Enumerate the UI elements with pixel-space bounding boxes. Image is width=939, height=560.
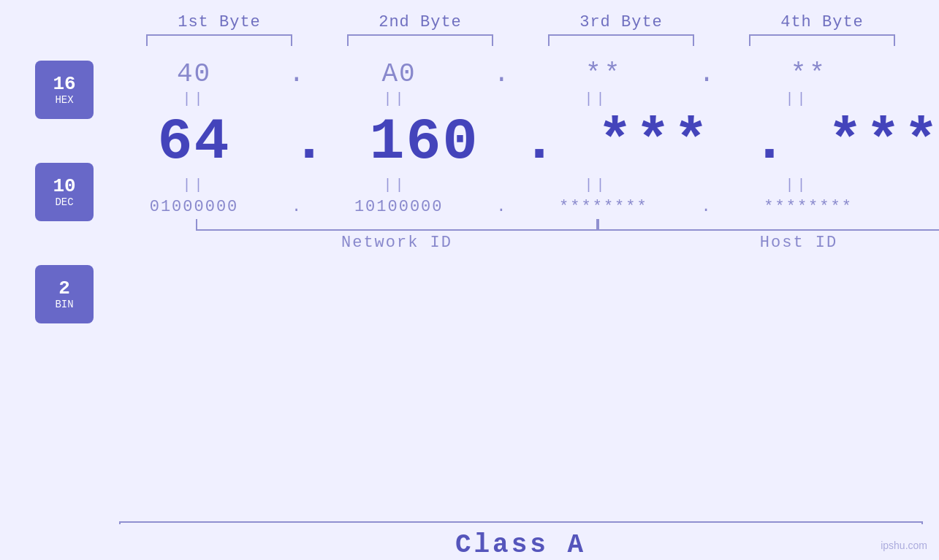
dec-dot2: . xyxy=(522,109,557,175)
bin-b2-cell: 10100000 xyxy=(298,198,499,216)
watermark: ipshu.com xyxy=(881,540,927,551)
main-container: 1st Byte 2nd Byte 3rd Byte 4th Byte 16 H… xyxy=(0,0,939,560)
byte2-label: 2nd Byte xyxy=(320,13,521,31)
dec-badge: 10 DEC xyxy=(35,163,94,221)
bracket-4 xyxy=(749,34,895,46)
class-label-row: Class A xyxy=(0,530,939,560)
bin-b3-value: ******** xyxy=(559,198,648,216)
bin-row: 01000000 . 10100000 . ******** . *******… xyxy=(94,198,939,216)
hex-badge-num: 16 xyxy=(53,74,75,95)
class-a-bar xyxy=(119,521,923,524)
main-area: 16 HEX 10 DEC 2 BIN 40 . A0 xyxy=(0,46,939,517)
header-row: 1st Byte 2nd Byte 3rd Byte 4th Byte xyxy=(0,0,939,31)
hex-b2-cell: A0 xyxy=(299,59,500,89)
byte4-label: 4th Byte xyxy=(722,13,923,31)
network-id-bracket xyxy=(196,219,598,231)
bracket-cell-2 xyxy=(320,34,521,46)
dec-b3-value: *** xyxy=(598,109,712,175)
bin-b4-value: ******** xyxy=(764,198,853,216)
hex-b1-cell: 40 xyxy=(94,59,294,89)
bracket-2 xyxy=(347,34,493,46)
dec-row: 64 . 160 . *** . *** xyxy=(94,109,939,175)
hex-b1-value: 40 xyxy=(177,59,211,89)
dec-badge-label: DEC xyxy=(55,196,73,208)
dec-b3-cell: *** xyxy=(554,109,755,175)
network-id-label: Network ID xyxy=(196,234,598,252)
hex-row: 40 . A0 . ** . ** xyxy=(94,59,939,89)
byte3-label: 3rd Byte xyxy=(521,13,722,31)
bin-b3-cell: ******** xyxy=(503,198,704,216)
bracket-cell-3 xyxy=(521,34,722,46)
dec-badge-num: 10 xyxy=(53,176,75,197)
bin-badge-label: BIN xyxy=(55,299,73,310)
dec-b2-value: 160 xyxy=(370,109,479,175)
eq2-b2: || xyxy=(294,177,495,193)
hex-b3-value: ** xyxy=(585,59,623,89)
bin-b1-cell: 01000000 xyxy=(94,198,294,216)
dec-b4-cell: *** xyxy=(784,109,939,175)
eq2-b4: || xyxy=(696,177,897,193)
bottom-bracket-row xyxy=(94,219,939,231)
badges-column: 16 HEX 10 DEC 2 BIN xyxy=(35,46,94,323)
hex-b3-cell: ** xyxy=(503,59,704,89)
dec-dot1: . xyxy=(292,109,327,175)
bin-b2-value: 10100000 xyxy=(354,198,444,216)
dec-b1-value: 64 xyxy=(157,109,230,175)
bracket-cell-1 xyxy=(119,34,320,46)
dec-dot3: . xyxy=(752,109,787,175)
class-bar-row xyxy=(0,521,939,524)
hex-b4-value: ** xyxy=(791,59,828,89)
host-id-label: Host ID xyxy=(598,234,939,252)
bin-b1-value: 01000000 xyxy=(150,198,239,216)
eq2-b1: || xyxy=(94,177,294,193)
eq1-b1: || xyxy=(94,91,294,107)
top-bracket-row xyxy=(0,34,939,46)
dec-b1-cell: 64 xyxy=(94,109,294,175)
bin-b4-cell: ******** xyxy=(708,198,909,216)
eq2-b3: || xyxy=(495,177,696,193)
hex-badge-label: HEX xyxy=(55,94,73,106)
eq1-b4: || xyxy=(696,91,897,107)
bracket-1 xyxy=(146,34,292,46)
hex-b2-value: A0 xyxy=(382,59,417,89)
hex-badge: 16 HEX xyxy=(35,61,94,119)
bracket-cell-4 xyxy=(722,34,923,46)
byte1-label: 1st Byte xyxy=(119,13,320,31)
dec-b2-cell: 160 xyxy=(324,109,525,175)
host-id-bracket xyxy=(598,219,939,231)
hex-b4-cell: ** xyxy=(709,59,910,89)
data-columns: 40 . A0 . ** . ** || || || || xyxy=(94,46,939,252)
bracket-3 xyxy=(548,34,694,46)
bin-badge: 2 BIN xyxy=(35,265,94,323)
equals-row-1: || || || || xyxy=(94,91,939,107)
eq1-b2: || xyxy=(294,91,495,107)
id-labels-row: Network ID Host ID xyxy=(94,234,939,252)
eq1-b3: || xyxy=(495,91,696,107)
class-a-label: Class A xyxy=(119,530,923,560)
equals-row-2: || || || || xyxy=(94,177,939,193)
dec-b4-value: *** xyxy=(828,109,939,175)
bin-badge-num: 2 xyxy=(58,278,70,299)
